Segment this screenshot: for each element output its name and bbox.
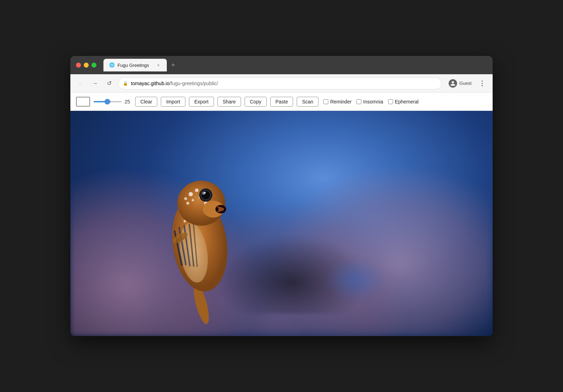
ephemeral-label: Ephemeral [395, 99, 419, 105]
profile-button[interactable]: Guest [446, 78, 474, 89]
browser-window: 🌐 Fugu Greetings × + ← → ↺ 🔒 tomayac.git… [70, 56, 493, 336]
insomnia-label: Insomnia [363, 99, 383, 105]
title-bar: 🌐 Fugu Greetings × + [70, 56, 493, 74]
active-tab[interactable]: 🌐 Fugu Greetings × [103, 59, 167, 71]
back-button[interactable]: ← [76, 78, 86, 88]
profile-label: Guest [459, 81, 472, 86]
app-toolbar: 25 Clear Import Export Share Copy Paste … [70, 93, 493, 111]
svg-point-28 [186, 202, 189, 205]
refresh-button[interactable]: ↺ [104, 78, 114, 88]
menu-dots-button[interactable]: ⋮ [477, 78, 487, 88]
checkbox-group: Reminder Insomnia Ephemeral [323, 99, 418, 105]
export-button[interactable]: Export [189, 97, 214, 107]
tab-close-button[interactable]: × [156, 62, 161, 68]
forward-button[interactable]: → [90, 78, 100, 88]
address-bar: ← → ↺ 🔒 tomayac.github.io/fugu-greetings… [70, 74, 493, 93]
url-bar[interactable]: 🔒 tomayac.github.io/fugu-greetings/publi… [118, 77, 442, 89]
fish-svg [121, 145, 282, 325]
insomnia-checkbox[interactable] [356, 99, 361, 104]
ephemeral-checkbox[interactable] [388, 99, 393, 104]
svg-point-22 [189, 192, 193, 196]
insomnia-checkbox-label[interactable]: Insomnia [356, 99, 383, 105]
svg-point-29 [192, 199, 194, 201]
blue-highlight [324, 257, 387, 302]
tab-bar: 🌐 Fugu Greetings × + [103, 59, 487, 71]
close-button[interactable] [76, 63, 81, 68]
traffic-lights [76, 63, 96, 68]
share-button[interactable]: Share [217, 97, 241, 107]
lock-icon: 🔒 [123, 81, 128, 86]
color-swatch[interactable] [76, 97, 90, 107]
svg-point-23 [195, 189, 198, 192]
size-value: 25 [125, 99, 132, 105]
svg-point-27 [184, 197, 187, 200]
svg-point-35 [204, 192, 206, 194]
profile-area: Guest ⋮ [446, 78, 487, 89]
new-tab-button[interactable]: + [168, 60, 178, 70]
paste-button[interactable]: Paste [270, 97, 293, 107]
clear-button[interactable]: Clear [135, 97, 157, 107]
minimize-button[interactable] [84, 63, 89, 68]
reminder-label: Reminder [330, 99, 352, 105]
scan-button[interactable]: Scan [297, 97, 318, 107]
reminder-checkbox[interactable] [323, 99, 328, 104]
size-slider[interactable] [94, 101, 122, 102]
tab-favicon-icon: 🌐 [109, 62, 115, 68]
svg-point-16 [184, 220, 186, 222]
fish-scene [70, 111, 493, 336]
ephemeral-checkbox-label[interactable]: Ephemeral [388, 99, 419, 105]
url-text: tomayac.github.io/fugu-greetings/public/ [131, 81, 218, 86]
fish-illustration [121, 145, 282, 325]
url-path: /fugu-greetings/public/ [170, 81, 218, 86]
profile-icon [449, 79, 457, 88]
import-button[interactable]: Import [161, 97, 185, 107]
url-domain: tomayac.github.io [131, 81, 170, 86]
reminder-checkbox-label[interactable]: Reminder [323, 99, 352, 105]
maximize-button[interactable] [91, 63, 96, 68]
slider-container: 25 [94, 99, 132, 105]
tab-title: Fugu Greetings [118, 63, 153, 68]
canvas-area[interactable] [70, 111, 493, 336]
copy-button[interactable]: Copy [245, 97, 267, 107]
